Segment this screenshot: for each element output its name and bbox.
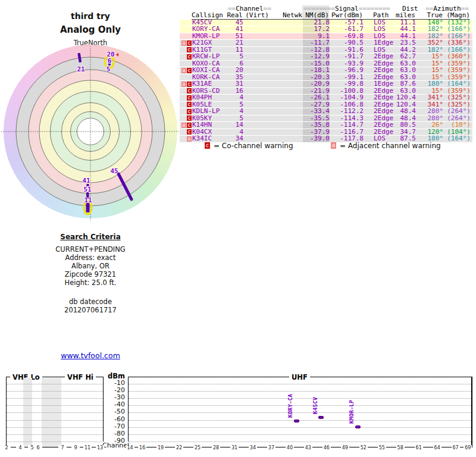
radar-channel-label: 6: [108, 57, 112, 65]
adjacent-channel-icon: a: [331, 142, 336, 149]
warning-flags: [180, 33, 192, 40]
gridline: [129, 412, 471, 413]
channel-tick-label: 7: [58, 445, 67, 450]
gridline: [129, 405, 471, 406]
col-header-magn: (Magn): [443, 12, 470, 19]
co-channel-warning-icon: c: [187, 123, 192, 128]
co-channel-warning-icon: c: [187, 102, 192, 107]
signal-marker-ch11: [86, 203, 90, 212]
gridline: [129, 442, 471, 442]
search-criteria-heading: Search Criteria: [31, 233, 150, 241]
channel-tick-label: 64: [433, 445, 441, 450]
network: [270, 61, 303, 67]
gridline: [7, 420, 103, 421]
warning-flags: [180, 74, 192, 81]
virtual-channel: [243, 74, 270, 81]
channel-tick-label: 25: [193, 445, 202, 450]
warning-flags: c: [180, 129, 192, 136]
channel-tick-label: 9: [71, 445, 80, 450]
network: [270, 122, 303, 129]
gridline: [129, 420, 471, 421]
virtual-channel: [243, 122, 270, 129]
dbm-tick-label: -70: [101, 424, 125, 430]
co-channel-text: = Co-channel warning: [214, 142, 293, 150]
radar-channel-label: 11: [84, 196, 92, 204]
co-channel-warning-icon: c: [187, 109, 192, 114]
tvfool-link[interactable]: www.tvfool.com: [31, 351, 150, 360]
dbm-tick-label: -30: [101, 395, 125, 400]
network: [270, 74, 303, 81]
warning-flags: c: [180, 108, 192, 115]
warning-flags: c: [180, 95, 192, 101]
virtual-channel: [243, 26, 270, 33]
col-header-miles: miles: [389, 12, 415, 19]
channel-tick-label: 37: [267, 445, 275, 450]
gridline: [7, 384, 103, 384]
warning-flags: c: [180, 88, 192, 95]
warning-flags: ac: [180, 81, 192, 87]
co-channel-warning-icon: c: [187, 68, 192, 73]
vhf-hi-label: VHF Hi: [65, 373, 96, 381]
gridline: [129, 427, 471, 428]
warning-flags: c: [180, 102, 192, 108]
virtual-channel: [243, 61, 270, 67]
gridline: [7, 442, 103, 442]
co-channel-warning-icon: c: [187, 88, 192, 93]
dbm-tick-label: -40: [101, 402, 125, 408]
network: [270, 40, 303, 46]
gridline: [7, 427, 103, 428]
channel-tick-label: 55: [378, 445, 386, 450]
gridline: [129, 398, 471, 399]
channel-tick-label: 2: [2, 445, 11, 450]
virtual-channel: [243, 54, 270, 60]
radar-channel-label: 41: [82, 177, 90, 184]
warning-flags: c: [180, 47, 192, 54]
adjacent-channel-warning-icon: a: [181, 82, 186, 87]
station-marker-k45cv: [318, 416, 324, 419]
adjacent-channel-text: = Adjacent channel warning: [340, 142, 441, 150]
channel-tick-label: 19: [156, 445, 165, 450]
col-header-pwrdbm: Pwr(dBm): [329, 12, 363, 19]
station-marker-kory-ca: [294, 420, 299, 422]
vhf-panel: VHF Lo VHF Hi: [6, 377, 104, 447]
channel-tick-label: 67: [452, 445, 460, 450]
station-label-k45cv: K45CV: [312, 397, 318, 415]
gridline: [7, 405, 103, 406]
radar-plot: 21206545415111: [1, 45, 180, 223]
virtual-channel: [243, 47, 270, 54]
dbm-tick-label: -50: [101, 409, 125, 415]
virtual-channel: [243, 95, 270, 101]
channel-tick-label: 40: [286, 445, 294, 450]
dbm-tick-label: -90: [101, 438, 125, 444]
warning-flags: c: [180, 115, 192, 122]
channel-tick-label: 22: [175, 445, 183, 450]
virtual-channel: [243, 115, 270, 122]
warning-flags: [180, 26, 192, 33]
co-channel-warning-icon: c: [187, 82, 192, 87]
co-channel-warning-icon: c: [187, 115, 192, 121]
warning-legend: c = Co-channel warning a = Adjacent chan…: [180, 141, 476, 151]
uhf-label: UHF: [289, 373, 310, 381]
virtual-channel: [243, 81, 270, 87]
criteria-line: Address: exact: [31, 253, 150, 262]
adjacent-channel-warning-icon: a: [181, 40, 186, 46]
channel-tick-label: 28: [212, 445, 220, 450]
virtual-channel: [243, 20, 270, 26]
criteria-line: Zipcode 97321: [31, 270, 150, 278]
db-datecode-label: db datecode: [31, 298, 150, 306]
report-title-line2: Analog Only: [1, 24, 180, 35]
virtual-channel: [243, 102, 270, 108]
criteria-line: Albany, OR: [31, 262, 150, 270]
table-column-headers: CallsignReal(Virt)NetwkNM(dB)Pwr(dBm)Pat…: [180, 12, 472, 19]
channel-tick-label: 4: [16, 445, 24, 450]
criteria-line: Height: 25.0 ft.: [31, 278, 150, 287]
gridline: [129, 391, 471, 392]
tvfool-report-page: third try Analog Only TrueNorth 21206545…: [0, 0, 476, 457]
channel-tick-label: 14: [126, 445, 134, 450]
warning-flags: ac: [180, 67, 192, 74]
col-header-real: Real: [221, 12, 243, 19]
col-header-virt: (Virt): [243, 12, 269, 19]
adjacent-channel-warning-icon: a: [181, 68, 186, 73]
network: [270, 88, 303, 95]
network: [270, 108, 303, 115]
